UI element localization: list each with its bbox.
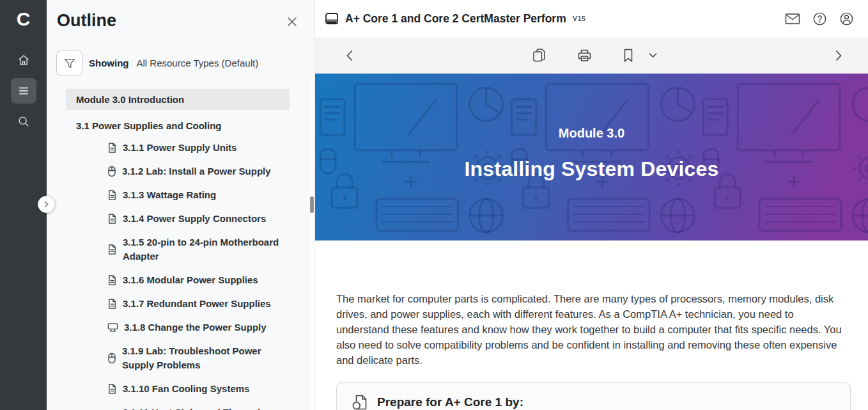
- outline-item-label: 3.1.3 Wattage Rating: [123, 188, 216, 202]
- outline-menu-button[interactable]: [11, 78, 36, 104]
- help-icon: [812, 12, 827, 26]
- document-icon: [107, 142, 117, 154]
- filter-button[interactable]: [56, 50, 82, 76]
- monitor-icon: [107, 322, 118, 333]
- previous-page-button[interactable]: [346, 50, 353, 61]
- close-outline-button[interactable]: [285, 15, 299, 29]
- outline-item-label: 3.1.5 20-pin to 24-pin Motherboard Adapt…: [123, 235, 280, 264]
- outline-item[interactable]: 3.1.10 Fan Cooling Systems: [47, 382, 314, 396]
- brand-logo[interactable]: C: [17, 5, 31, 33]
- outline-menu-icon: [17, 84, 30, 97]
- panel-collapse-button[interactable]: [38, 196, 55, 213]
- module-hero-banner: Module 3.0 Installing System Devices: [315, 74, 868, 240]
- print-icon: [577, 48, 593, 63]
- outline-panel-title: Outline: [57, 11, 314, 31]
- course-title: A+ Core 1 and Core 2 CertMaster Perform: [345, 12, 566, 26]
- messages-button[interactable]: [785, 13, 800, 25]
- outline-item-label: 3.1.11 Heat Sinks and Thermal: [123, 406, 260, 410]
- outline-scrollbar-thumb[interactable]: [310, 196, 314, 213]
- bookmark-group: [622, 48, 657, 63]
- prepare-callout: Prepare for A+ Core 1 by:: [336, 382, 851, 410]
- prepare-callout-title: Prepare for A+ Core 1 by:: [377, 395, 523, 409]
- header-actions: [785, 12, 854, 26]
- document-icon: [107, 244, 117, 255]
- chevron-right-icon: [835, 50, 842, 61]
- envelope-icon: [785, 13, 800, 25]
- copy-button[interactable]: [531, 47, 547, 63]
- app-window: C: [0, 0, 868, 410]
- outline-item-module-intro[interactable]: Module 3.0 Introduction: [66, 89, 290, 110]
- outline-item[interactable]: 3.1.11 Heat Sinks and Thermal: [47, 406, 314, 410]
- outline-item[interactable]: 3.1.6 Modular Power Supplies: [47, 273, 314, 287]
- course-reader-icon: [325, 12, 339, 26]
- outline-panel: Outline Showing All Resource Types (Defa…: [47, 0, 314, 410]
- outline-item-label: 3.1.6 Modular Power Supplies: [123, 273, 258, 287]
- filter-value: All Resource Types (Default): [137, 58, 259, 68]
- document-icon: [107, 189, 117, 201]
- outline-section-3-1[interactable]: 3.1 Power Supplies and Cooling: [47, 115, 314, 136]
- outline-item-label: 3.1.2 Lab: Install a Power Supply: [122, 164, 271, 178]
- search-button[interactable]: [11, 109, 36, 134]
- hero-title: Installing System Devices: [464, 157, 718, 181]
- outline-item[interactable]: 3.1.2 Lab: Install a Power Supply: [47, 164, 314, 178]
- help-button[interactable]: [812, 12, 827, 26]
- outline-item[interactable]: 3.1.9 Lab: Troubleshoot Power Supply Pro…: [47, 344, 314, 372]
- outline-list: Module 3.0 Introduction 3.1 Power Suppli…: [47, 89, 314, 410]
- outline-scrollbar-track[interactable]: [309, 77, 314, 410]
- bookmark-menu-button[interactable]: [649, 52, 657, 58]
- chevron-right-icon: [43, 201, 50, 208]
- outline-item-label: 3.1.8 Change the Power Supply: [124, 320, 267, 335]
- outline-item[interactable]: 3.1.1 Power Supply Units: [47, 141, 314, 155]
- bookmark-button[interactable]: [622, 48, 635, 63]
- home-icon: [17, 53, 31, 67]
- mouse-icon: [107, 352, 116, 364]
- lesson-body: The market for computer parts is complic…: [315, 240, 868, 410]
- course-header: A+ Core 1 and Core 2 CertMaster Perform …: [315, 0, 868, 37]
- filter-showing-label: Showing: [89, 58, 129, 68]
- document-icon: [107, 213, 117, 225]
- mouse-icon: [107, 166, 116, 177]
- home-button[interactable]: [11, 47, 36, 73]
- document-icon: [107, 274, 117, 286]
- toolbar-center-group: [531, 47, 657, 63]
- outline-item-label: 3.1.4 Power Supply Connectors: [123, 212, 266, 226]
- lesson-toolbar: [315, 37, 868, 74]
- outline-item[interactable]: 3.1.7 Redundant Power Supplies: [47, 297, 314, 311]
- copy-icon: [531, 47, 547, 63]
- resource-filter-row: Showing All Resource Types (Default): [56, 50, 314, 76]
- intro-paragraph: The market for computer parts is complic…: [336, 291, 844, 368]
- outline-item[interactable]: 3.1.8 Change the Power Supply: [47, 320, 314, 335]
- chevron-left-icon: [346, 50, 353, 61]
- close-icon: [286, 16, 298, 28]
- outline-item-label: 3.1.1 Power Supply Units: [123, 141, 236, 155]
- main-content: A+ Core 1 and Core 2 CertMaster Perform …: [314, 0, 868, 410]
- document-icon: [107, 298, 117, 310]
- user-avatar-icon: [839, 12, 854, 26]
- hero-module-label: Module 3.0: [559, 126, 624, 141]
- outline-item-label: 3.1.10 Fan Cooling Systems: [123, 382, 249, 396]
- prepare-document-icon: [351, 393, 369, 410]
- search-icon: [17, 114, 31, 129]
- outline-item[interactable]: 3.1.5 20-pin to 24-pin Motherboard Adapt…: [47, 235, 314, 264]
- funnel-icon: [63, 56, 77, 70]
- next-page-button[interactable]: [835, 50, 842, 61]
- chevron-down-icon: [649, 52, 657, 58]
- outline-item[interactable]: 3.1.3 Wattage Rating: [47, 188, 314, 202]
- account-button[interactable]: [839, 12, 854, 26]
- outline-item-label: 3.1.7 Redundant Power Supplies: [123, 297, 271, 311]
- course-version-badge: V15: [573, 15, 585, 22]
- document-icon: [107, 383, 117, 395]
- bookmark-icon: [622, 48, 635, 63]
- outline-item-label: 3.1.9 Lab: Troubleshoot Power Supply Pro…: [122, 344, 263, 372]
- print-button[interactable]: [577, 48, 593, 63]
- outline-item[interactable]: 3.1.4 Power Supply Connectors: [47, 212, 314, 226]
